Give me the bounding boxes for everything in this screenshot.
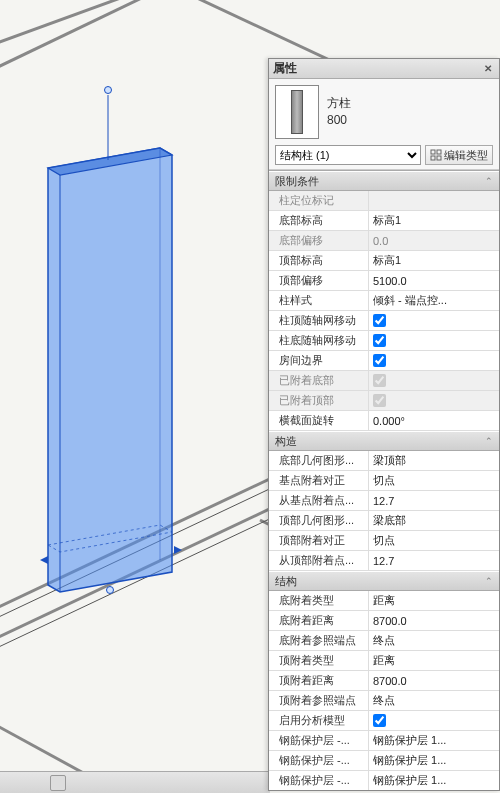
chevron-icon: ⌃ bbox=[485, 176, 493, 186]
property-value[interactable] bbox=[369, 331, 499, 350]
property-group: 构造⌃底部几何图形...梁顶部基点附着对正切点从基点附着点...12.7顶部几何… bbox=[269, 431, 499, 571]
property-label: 顶部附着对正 bbox=[269, 531, 369, 550]
property-label: 顶附着类型 bbox=[269, 651, 369, 670]
property-label: 钢筋保护层 -... bbox=[269, 731, 369, 750]
property-row: 顶附着类型距离 bbox=[269, 651, 499, 671]
property-value[interactable]: 梁顶部 bbox=[369, 451, 499, 470]
panel-title: 属性 bbox=[273, 60, 481, 77]
view-tool-icon[interactable] bbox=[50, 775, 66, 791]
property-label: 底部偏移 bbox=[269, 231, 369, 250]
property-value[interactable]: 8700.0 bbox=[369, 671, 499, 690]
property-value[interactable]: 标高1 bbox=[369, 251, 499, 270]
property-value[interactable] bbox=[369, 311, 499, 330]
property-label: 从顶部附着点... bbox=[269, 551, 369, 570]
property-label: 底部标高 bbox=[269, 211, 369, 230]
property-label: 已附着底部 bbox=[269, 371, 369, 390]
svg-rect-20 bbox=[437, 150, 441, 154]
property-label: 顶部偏移 bbox=[269, 271, 369, 290]
panel-titlebar: 属性 ✕ bbox=[269, 59, 499, 79]
property-row: 钢筋保护层 -...钢筋保护层 1... bbox=[269, 731, 499, 751]
property-value[interactable]: 距离 bbox=[369, 651, 499, 670]
properties-panel: 属性 ✕ 方柱 800 结构柱 (1) 编辑类型 限制条件⌃柱定位标记底部标高标… bbox=[268, 58, 500, 791]
property-label: 底附着参照端点 bbox=[269, 631, 369, 650]
property-label: 启用分析模型 bbox=[269, 711, 369, 730]
group-header[interactable]: 限制条件⌃ bbox=[269, 171, 499, 191]
property-value[interactable] bbox=[369, 711, 499, 730]
property-row: 顶附着参照端点终点 bbox=[269, 691, 499, 711]
property-label: 基点附着对正 bbox=[269, 471, 369, 490]
group-header[interactable]: 结构⌃ bbox=[269, 571, 499, 591]
property-row: 柱样式倾斜 - 端点控... bbox=[269, 291, 499, 311]
svg-rect-22 bbox=[437, 156, 441, 160]
close-icon[interactable]: ✕ bbox=[481, 62, 495, 76]
property-row: 顶部偏移5100.0 bbox=[269, 271, 499, 291]
property-group: 限制条件⌃柱定位标记底部标高标高1底部偏移0.0顶部标高标高1顶部偏移5100.… bbox=[269, 171, 499, 431]
edit-type-button[interactable]: 编辑类型 bbox=[425, 145, 493, 165]
group-header[interactable]: 构造⌃ bbox=[269, 431, 499, 451]
property-value bbox=[369, 391, 499, 410]
type-name: 800 bbox=[327, 112, 351, 129]
checkbox[interactable] bbox=[373, 354, 386, 367]
type-selector-area: 方柱 800 结构柱 (1) 编辑类型 bbox=[269, 79, 499, 170]
property-value[interactable]: 5100.0 bbox=[369, 271, 499, 290]
checkbox bbox=[373, 394, 386, 407]
property-row: 底附着类型距离 bbox=[269, 591, 499, 611]
checkbox[interactable] bbox=[373, 714, 386, 727]
property-row: 顶附着距离8700.0 bbox=[269, 671, 499, 691]
property-row: 房间边界 bbox=[269, 351, 499, 371]
property-label: 钢筋保护层 -... bbox=[269, 751, 369, 770]
svg-marker-9 bbox=[48, 148, 172, 592]
property-value[interactable]: 0.000° bbox=[369, 411, 499, 430]
property-row: 已附着顶部 bbox=[269, 391, 499, 411]
property-row: 底部标高标高1 bbox=[269, 211, 499, 231]
checkbox bbox=[373, 374, 386, 387]
property-value[interactable]: 钢筋保护层 1... bbox=[369, 731, 499, 750]
property-label: 柱顶随轴网移动 bbox=[269, 311, 369, 330]
property-value[interactable]: 切点 bbox=[369, 471, 499, 490]
instance-select[interactable]: 结构柱 (1) bbox=[275, 145, 421, 165]
property-label: 底附着类型 bbox=[269, 591, 369, 610]
property-value[interactable]: 12.7 bbox=[369, 551, 499, 570]
property-row: 从基点附着点...12.7 bbox=[269, 491, 499, 511]
property-value[interactable]: 12.7 bbox=[369, 491, 499, 510]
property-label: 房间边界 bbox=[269, 351, 369, 370]
type-thumbnail[interactable] bbox=[275, 85, 319, 139]
property-value[interactable]: 梁底部 bbox=[369, 511, 499, 530]
property-row: 钢筋保护层 -...钢筋保护层 1... bbox=[269, 751, 499, 771]
chevron-icon: ⌃ bbox=[485, 436, 493, 446]
property-value[interactable]: 钢筋保护层 1... bbox=[369, 771, 499, 790]
svg-line-1 bbox=[0, 0, 280, 60]
chevron-icon: ⌃ bbox=[485, 576, 493, 586]
property-label: 底附着距离 bbox=[269, 611, 369, 630]
property-row: 已附着底部 bbox=[269, 371, 499, 391]
group-title: 构造 bbox=[275, 434, 485, 449]
property-label: 已附着顶部 bbox=[269, 391, 369, 410]
property-row: 顶部附着对正切点 bbox=[269, 531, 499, 551]
property-grid[interactable]: 限制条件⌃柱定位标记底部标高标高1底部偏移0.0顶部标高标高1顶部偏移5100.… bbox=[269, 170, 499, 790]
property-value[interactable]: 终点 bbox=[369, 631, 499, 650]
property-label: 钢筋保护层 -... bbox=[269, 771, 369, 790]
property-value[interactable]: 钢筋保护层 1... bbox=[369, 751, 499, 770]
property-value[interactable]: 切点 bbox=[369, 531, 499, 550]
property-label: 柱底随轴网移动 bbox=[269, 331, 369, 350]
property-value[interactable]: 8700.0 bbox=[369, 611, 499, 630]
property-row: 顶部几何图形...梁底部 bbox=[269, 511, 499, 531]
property-value: 0.0 bbox=[369, 231, 499, 250]
property-value[interactable]: 倾斜 - 端点控... bbox=[369, 291, 499, 310]
property-row: 从顶部附着点...12.7 bbox=[269, 551, 499, 571]
property-label: 柱样式 bbox=[269, 291, 369, 310]
view-toolbar bbox=[0, 771, 270, 793]
property-value[interactable] bbox=[369, 351, 499, 370]
property-value[interactable]: 距离 bbox=[369, 591, 499, 610]
property-value[interactable]: 终点 bbox=[369, 691, 499, 710]
svg-point-14 bbox=[105, 87, 112, 94]
property-value[interactable]: 标高1 bbox=[369, 211, 499, 230]
property-row: 基点附着对正切点 bbox=[269, 471, 499, 491]
edit-type-label: 编辑类型 bbox=[444, 148, 488, 163]
svg-line-0 bbox=[0, 0, 200, 90]
property-value bbox=[369, 191, 499, 210]
property-row: 横截面旋转0.000° bbox=[269, 411, 499, 431]
checkbox[interactable] bbox=[373, 314, 386, 327]
type-info: 方柱 800 bbox=[327, 95, 351, 129]
checkbox[interactable] bbox=[373, 334, 386, 347]
